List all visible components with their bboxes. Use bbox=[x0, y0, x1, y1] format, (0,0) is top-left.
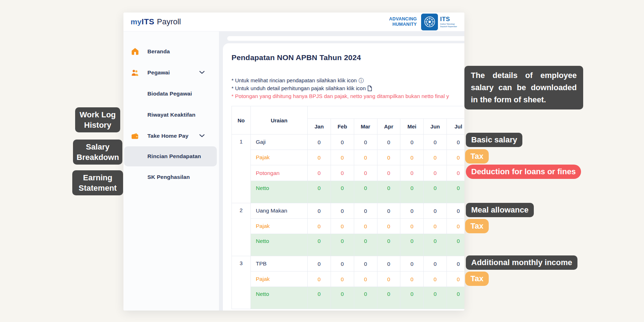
value-cell: 0 bbox=[354, 256, 377, 272]
uraian-cell: Pajak bbox=[251, 150, 308, 165]
value-cell: 0 bbox=[354, 150, 377, 165]
value-cell: 0 bbox=[400, 256, 424, 272]
uraian-cell: Netto bbox=[251, 234, 308, 256]
value-cell: 0 bbox=[354, 203, 377, 219]
value-cell: 0 bbox=[354, 135, 377, 150]
uraian-cell: Pajak bbox=[251, 219, 308, 234]
value-cell: 0 bbox=[447, 165, 464, 181]
table-row: Netto0000000 bbox=[232, 234, 465, 256]
value-cell: 0 bbox=[424, 234, 447, 256]
value-cell: 0 bbox=[308, 219, 331, 234]
value-cell: 0 bbox=[308, 272, 331, 287]
sidebar-item-riwayat-keaktifan[interactable]: Riwayat Keaktifan bbox=[123, 104, 219, 125]
value-cell: 0 bbox=[400, 203, 424, 219]
uraian-cell: Pajak bbox=[251, 272, 308, 287]
logo-product: Payroll bbox=[157, 17, 181, 26]
row-number-cell: 3 bbox=[232, 256, 251, 309]
value-cell: 0 bbox=[331, 181, 354, 203]
value-cell: 0 bbox=[424, 181, 447, 203]
content-top-strip bbox=[227, 36, 464, 41]
file-icon bbox=[367, 86, 372, 91]
value-cell: 0 bbox=[308, 287, 331, 309]
value-cell: 0 bbox=[354, 165, 377, 181]
value-cell: 0 bbox=[400, 219, 424, 234]
callout-meal-allowance: Meal allowance bbox=[466, 203, 534, 217]
value-cell: 0 bbox=[377, 234, 400, 256]
table-row: Pajak0000000 bbox=[232, 150, 465, 165]
value-cell: 0 bbox=[354, 234, 377, 256]
value-cell: 0 bbox=[354, 181, 377, 203]
month-column-header: Mei bbox=[400, 119, 424, 135]
month-column-header: Apr bbox=[377, 119, 400, 135]
value-cell: 0 bbox=[331, 256, 354, 272]
value-cell: 0 bbox=[447, 272, 464, 287]
value-cell: 0 bbox=[377, 181, 400, 203]
uraian-cell: TPB bbox=[251, 256, 308, 272]
value-cell: 0 bbox=[377, 165, 400, 181]
sidebar-item-pegawai[interactable]: Pegawai bbox=[123, 62, 219, 83]
value-cell: 0 bbox=[308, 150, 331, 165]
sidebar-item-sk-penghasilan[interactable]: SK Penghasilan bbox=[123, 166, 219, 187]
value-cell: 0 bbox=[331, 165, 354, 181]
value-cell: 0 bbox=[400, 165, 424, 181]
users-icon bbox=[130, 68, 140, 77]
table-row: Pajak0000000 bbox=[232, 272, 465, 287]
note-line: * Untuk melihat rincian pendapatan silah… bbox=[231, 77, 464, 84]
myits-payroll-logo: myITSPayroll bbox=[131, 17, 181, 26]
chevron-down-icon[interactable] bbox=[199, 134, 205, 137]
value-cell: 0 bbox=[447, 287, 464, 309]
sidebar-item-take-home-pay[interactable]: Take Home Pay bbox=[123, 125, 219, 146]
table-row: 1Gaji0000000 bbox=[232, 135, 465, 150]
sidebar-item-label: Biodata Pegawai bbox=[147, 91, 192, 97]
value-cell: 0 bbox=[331, 219, 354, 234]
value-cell: 0 bbox=[377, 272, 400, 287]
callout-salary-breakdown: Salary Breakdown bbox=[73, 140, 122, 165]
logo-my: my bbox=[131, 18, 142, 26]
value-cell: 0 bbox=[377, 256, 400, 272]
value-cell: 0 bbox=[377, 287, 400, 309]
sidebar-item-label: Riwayat Keaktifan bbox=[147, 112, 195, 118]
header-right: ADVANCING HUMANITY bbox=[389, 14, 462, 30]
note-line-warning: * Potongan yang dihitung hanya BPJS dan … bbox=[231, 92, 464, 100]
value-cell: 0 bbox=[354, 219, 377, 234]
info-circle-icon: ⓘ bbox=[358, 77, 364, 84]
column-header-no: No bbox=[232, 106, 251, 135]
value-cell: 0 bbox=[308, 234, 331, 256]
value-cell: 0 bbox=[447, 234, 464, 256]
value-cell: 0 bbox=[354, 272, 377, 287]
value-cell: 0 bbox=[447, 135, 464, 150]
main-panel: Pendapatan NON APBN Tahun 2024 * Untuk m… bbox=[223, 43, 464, 311]
sidebar-item-label: Pegawai bbox=[147, 69, 170, 76]
chevron-down-icon[interactable] bbox=[199, 71, 205, 74]
value-cell: 0 bbox=[331, 203, 354, 219]
sidebar-item-label: Take Home Pay bbox=[147, 133, 189, 139]
callout-additional-income: Additional monthly income bbox=[466, 255, 577, 270]
sidebar-item-rincian-pendapatan[interactable]: Rincian Pendapatan bbox=[124, 146, 217, 166]
table-row: Pajak0000000 bbox=[232, 219, 465, 234]
value-cell: 0 bbox=[377, 150, 400, 165]
annotation-canvas: myITSPayroll ADVANCING HUMANITY bbox=[0, 0, 644, 322]
sidebar-item-label: SK Penghasilan bbox=[147, 174, 190, 180]
callout-deduction: Deduction for loans or fines bbox=[466, 165, 581, 179]
sidebar-item-biodata-pegawai[interactable]: Biodata Pegawai bbox=[123, 83, 219, 104]
value-cell: 0 bbox=[377, 135, 400, 150]
table-row: 3TPB0000000 bbox=[232, 256, 465, 272]
content-area: Pendapatan NON APBN Tahun 2024 * Untuk m… bbox=[219, 31, 464, 311]
value-cell: 0 bbox=[331, 234, 354, 256]
home-icon bbox=[130, 47, 140, 56]
notes-block: * Untuk melihat rincian pendapatan silah… bbox=[231, 77, 464, 100]
value-cell: 0 bbox=[447, 181, 464, 203]
value-cell: 0 bbox=[447, 219, 464, 234]
value-cell: 0 bbox=[424, 150, 447, 165]
value-cell: 0 bbox=[447, 256, 464, 272]
note-line: * Untuk unduh detail perhitungan pajak s… bbox=[231, 84, 464, 92]
wallet-icon bbox=[130, 131, 140, 141]
value-cell: 0 bbox=[400, 150, 424, 165]
logo-its: ITS bbox=[142, 17, 155, 26]
row-number-cell: 2 bbox=[232, 203, 251, 256]
value-cell: 0 bbox=[400, 135, 424, 150]
callout-earning-statement: Earning Statement bbox=[72, 170, 123, 195]
table-row: 2Uang Makan0000000 bbox=[232, 203, 465, 219]
value-cell: 0 bbox=[331, 135, 354, 150]
sidebar-item-beranda[interactable]: Beranda bbox=[123, 41, 219, 62]
